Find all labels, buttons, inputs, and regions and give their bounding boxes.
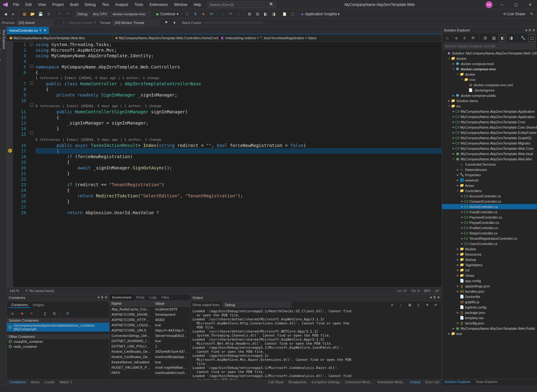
menu-build[interactable]: Build bbox=[67, 1, 82, 8]
chevron-icon[interactable]: ▸ bbox=[456, 183, 459, 187]
tree-item[interactable]: ▤gulpfile.js bbox=[442, 299, 537, 305]
tree-item[interactable]: 📄tempkey.rsa bbox=[442, 315, 537, 320]
step-over-icon[interactable]: ↷ bbox=[227, 10, 234, 18]
env-row[interactable]: ConnectionStrings_DefaultServer=mssqlDb;… bbox=[110, 333, 190, 338]
toolbar-icon-3[interactable]: ◧ bbox=[262, 10, 269, 18]
toolbar-icon-5[interactable]: 📋 bbox=[281, 10, 288, 18]
chevron-icon[interactable]: ▸ bbox=[461, 242, 464, 246]
vs-logo-icon[interactable] bbox=[1, 0, 10, 9]
toolbar-icon-1[interactable]: ⊞ bbox=[246, 10, 253, 18]
tree-item[interactable]: ▸C#ConsentController.cs bbox=[442, 199, 537, 204]
live-share-button[interactable]: ⟲ Live Share bbox=[501, 11, 528, 17]
chevron-icon[interactable]: ▸ bbox=[452, 120, 455, 124]
env-row[interactable]: ASPNETCORE_URLShttps://+:443;http://+:..… bbox=[110, 328, 190, 333]
chevron-icon[interactable] bbox=[456, 295, 459, 299]
bottom-tab-containers[interactable]: Containers bbox=[7, 380, 28, 385]
tree-item[interactable]: ▿⬢docker-compose-mvc bbox=[442, 66, 537, 72]
sql-server-tab[interactable]: SQL Server Object Explorer bbox=[0, 27, 2, 385]
zoom-value[interactable]: 144 % bbox=[9, 289, 19, 293]
chevron-icon[interactable]: ▸ bbox=[452, 115, 455, 119]
env-grid[interactable]: Abp_RedisCache_ConnectionS...localhost:6… bbox=[110, 307, 190, 380]
chevron-icon[interactable]: ▸ bbox=[452, 152, 455, 156]
se-sync-icon[interactable]: ⎋ bbox=[461, 34, 468, 42]
pin-icon[interactable]: ⚲ bbox=[39, 28, 42, 32]
output-content[interactable]: Loaded '/app/bin/Debug/netcoreapp3.1/Hea… bbox=[191, 309, 442, 380]
se-preview-icon[interactable]: ◨ bbox=[507, 34, 515, 42]
tree-item[interactable]: ▸C#MyCompanyName.AbpZeroTemplate.EntityF… bbox=[442, 130, 537, 135]
menu-window[interactable]: Window bbox=[171, 1, 191, 8]
chevron-icon[interactable]: ▸ bbox=[456, 321, 459, 325]
clear-icon[interactable]: ✕ bbox=[423, 301, 431, 309]
tab-team-explorer[interactable]: Team Explorer bbox=[473, 379, 500, 385]
chevron-icon[interactable] bbox=[465, 88, 468, 92]
tree-item[interactable]: 📄Dockerfile bbox=[442, 294, 537, 299]
env-row[interactable]: ASPNETCORE_ENVIRONMENTDevelopment bbox=[110, 312, 190, 317]
user-avatar[interactable]: GE bbox=[486, 1, 492, 8]
app-insights-label[interactable]: Application Insights bbox=[305, 12, 337, 16]
env-row[interactable]: Kestrel_Certificates_Default_P.../root/c… bbox=[110, 354, 190, 360]
tree-item[interactable]: ▸🌐wwwroot bbox=[442, 177, 537, 183]
fold-margin[interactable]: − − − − − bbox=[29, 42, 34, 287]
menu-test[interactable]: Test bbox=[99, 1, 112, 8]
bottom-tab-exception-settings[interactable]: Exception Settings bbox=[309, 380, 343, 385]
env-row[interactable]: Kestrel_Certificates_Default_P...2825e4d… bbox=[110, 349, 190, 354]
env-row[interactable]: ASPNETCORE_LOGGING_CONS...true bbox=[110, 323, 190, 328]
code-editor[interactable]: 123456 78910 1112131415 1617181920 21222… bbox=[7, 42, 442, 287]
tree-item[interactable]: ▸📁Url bbox=[442, 267, 537, 273]
menu-help[interactable]: Help bbox=[190, 1, 204, 8]
tree-item[interactable]: ▸⎋Dependencies bbox=[442, 167, 537, 172]
solution-tree[interactable]: ◆Solution 'MyCompanyName.AbpZeroTemplate… bbox=[442, 50, 537, 379]
chevron-icon[interactable]: ▸ bbox=[452, 146, 455, 150]
breakpoint-margin[interactable] bbox=[7, 42, 13, 287]
tree-item[interactable]: ▸C#MyCompanyName.AbpZeroTemplate.Migrato… bbox=[442, 140, 537, 146]
tree-item[interactable]: ▸▣MyCompanyName.AbpZeroTemplate.Web.Host bbox=[442, 151, 537, 156]
se-showall-icon[interactable]: ▤ bbox=[490, 34, 498, 42]
tree-item[interactable]: ▸{}package.json bbox=[442, 310, 537, 315]
terminal-icon[interactable]: ▯ bbox=[41, 310, 49, 317]
chevron-icon[interactable]: ▸ bbox=[456, 289, 459, 293]
chevron-icon[interactable]: ▿ bbox=[456, 72, 459, 76]
bottom-tab-output[interactable]: Output bbox=[407, 380, 423, 385]
se-wrench-icon[interactable]: 🔧 bbox=[520, 34, 527, 42]
continue-button[interactable]: ▶ Continue ▾ bbox=[154, 11, 180, 17]
chevron-icon[interactable]: ▸ bbox=[452, 141, 455, 145]
nav-class-combo[interactable]: ◆ MyCompanyName.AbpZeroTemplate.Web.Cont… bbox=[113, 34, 219, 41]
chevron-icon[interactable]: ▸ bbox=[461, 215, 464, 219]
bottom-tab-command-wind-[interactable]: Command Wind... bbox=[343, 380, 375, 385]
tree-item[interactable]: ▸C#InstallController.cs bbox=[442, 209, 537, 215]
output-icon-2[interactable]: ↓ bbox=[397, 301, 405, 309]
chevron-icon[interactable] bbox=[456, 316, 459, 320]
chevron-icon[interactable]: ▸ bbox=[452, 109, 455, 113]
chevron-icon[interactable]: ▸ bbox=[461, 236, 464, 240]
chevron-icon[interactable] bbox=[456, 300, 459, 304]
tree-item[interactable]: ▸📁Areas bbox=[442, 183, 537, 188]
tab-solution-explorer[interactable]: Solution Explorer bbox=[442, 379, 473, 385]
dropdown-icon[interactable]: ▾ bbox=[525, 28, 527, 32]
toolbar-icon-6[interactable]: ⬚ bbox=[289, 10, 297, 18]
tree-item[interactable]: ▸C#MyCompanyName.AbpZeroTemplate.Applica… bbox=[442, 109, 537, 114]
chevron-icon[interactable] bbox=[465, 83, 468, 87]
chevron-icon[interactable]: ▸ bbox=[456, 168, 459, 172]
chevron-icon[interactable]: ▸ bbox=[461, 210, 464, 214]
chevron-icon[interactable]: ▸ bbox=[452, 130, 455, 135]
tree-item[interactable]: ▿▣MyCompanyName.AbpZeroTemplate.Web.Mvc bbox=[442, 156, 537, 162]
output-icon-4[interactable]: ⎌ bbox=[415, 301, 422, 309]
chevron-icon[interactable]: ▸ bbox=[448, 99, 451, 103]
chevron-icon[interactable] bbox=[456, 163, 459, 166]
output-from-combo[interactable]: Debug bbox=[223, 302, 291, 308]
tree-item[interactable]: ▸C#StripeController.cs bbox=[442, 230, 537, 236]
nav-method-combo[interactable]: ◧ Index(string redirect = "", bool force… bbox=[219, 34, 442, 41]
env-row[interactable]: KestrelServer_IsEnabledtrue bbox=[110, 360, 190, 365]
chevron-icon[interactable] bbox=[456, 305, 459, 309]
chevron-icon[interactable]: ▸ bbox=[456, 284, 459, 288]
output-icon-1[interactable]: ≡ bbox=[388, 301, 396, 309]
feedback-icon[interactable]: ✎ bbox=[528, 10, 535, 18]
open-icon[interactable]: 📂 bbox=[29, 10, 36, 18]
startup-combo[interactable]: docker-compose-mvc bbox=[111, 11, 151, 17]
chevron-icon[interactable]: ▸ bbox=[452, 62, 455, 66]
tree-item[interactable]: 📄log4net.config bbox=[442, 305, 537, 310]
se-collapse-icon[interactable]: ⊟ bbox=[482, 34, 489, 42]
env-row[interactable]: Abp_RedisCache_ConnectionS...localhost:6… bbox=[110, 307, 190, 312]
issues-label[interactable]: No issues found bbox=[29, 289, 54, 293]
undo-icon[interactable]: ↶ bbox=[56, 10, 63, 18]
